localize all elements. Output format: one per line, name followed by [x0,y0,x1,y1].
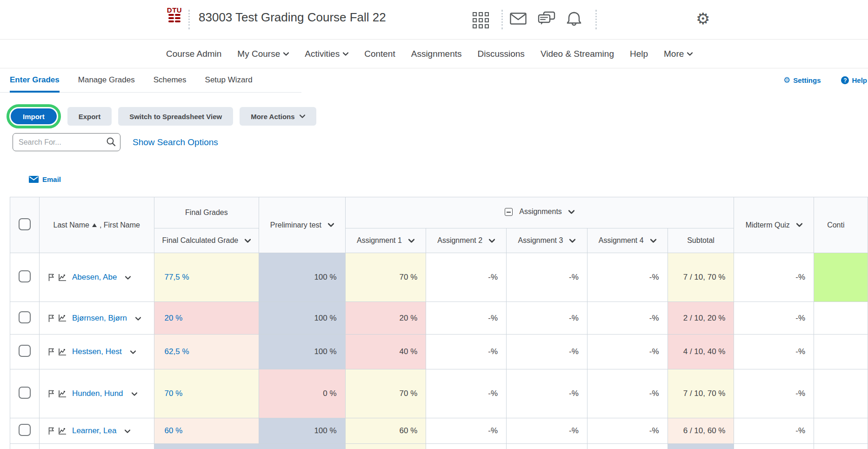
search-icon[interactable] [106,137,116,148]
assignment-1-label: Assignment 1 [357,236,402,245]
tab-schemes[interactable]: Schemes [154,75,187,85]
grade-value-link[interactable]: 20 % [165,314,183,322]
email-label: Email [42,175,61,183]
nav-item-help[interactable]: Help [630,49,648,59]
student-menu-chevron[interactable] [135,314,141,322]
nav-item-label: Course Admin [166,49,221,59]
col-header-name[interactable]: Last Name , First Name [39,197,154,253]
grade-events-icon [58,348,67,356]
nav-item-activities[interactable]: Activities [305,49,348,59]
grade-cell-subtotal: 7 / 10, 70 % [668,253,734,302]
chevron-down-icon [245,239,251,243]
grades-table-body: Abesen, Abe77,5 %100 %70 %-%-%-%7 / 10, … [10,253,868,449]
row-checkbox[interactable] [19,387,31,399]
grades-table: Last Name , First Name Final Grades Prel… [10,197,868,449]
help-link[interactable]: ? Help [841,76,867,84]
collapse-group-icon[interactable] [505,208,513,216]
settings-gear-icon[interactable]: ⚙ [696,10,710,27]
subtotal-label: Subtotal [687,236,714,244]
grades-toolbar: Import Export Switch to Spreadsheet View… [7,104,316,128]
grade-value-link[interactable]: 62,5 % [165,347,189,356]
student-menu-chevron[interactable] [130,348,136,356]
preliminary-test-label: Preliminary test [270,221,321,229]
grade-value: -% [488,347,498,356]
grade-cell-subtotal [668,444,734,449]
col-header-assignment-4[interactable]: Assignment 4 [587,228,668,253]
grade-value-link[interactable]: 77,5 % [165,273,189,281]
student-name-link[interactable]: Abesen, Abe [72,273,117,282]
chevron-down-icon [343,52,348,56]
col-header-assignment-2[interactable]: Assignment 2 [426,228,507,253]
student-name-link[interactable]: Learner, Lea [72,426,116,436]
col-group-final-grades: Final Grades [154,197,259,228]
col-header-assignment-3[interactable]: Assignment 3 [507,228,588,253]
grade-cell-prelim: 100 % [259,253,345,302]
grade-cell-midterm [734,444,814,449]
nav-item-course-admin[interactable]: Course Admin [166,49,221,59]
grade-value: -% [795,389,805,398]
grade-value-link[interactable]: 60 % [165,426,183,435]
nav-item-my-course[interactable]: My Course [237,49,289,59]
course-navbar: Course AdminMy CourseActivitiesContentAs… [0,40,868,68]
student-name-link[interactable]: Hunden, Hund [72,389,123,398]
settings-link[interactable]: ⚙ Settings [783,76,821,84]
grade-cell-final: 60 % [154,418,259,444]
grade-cell-conti [814,302,868,335]
grade-cell-a2: -% [426,302,507,335]
tab-setup-wizard[interactable]: Setup Wizard [205,75,253,85]
grade-cell-a3 [507,444,588,449]
import-highlight-ring: Import [7,104,61,128]
grade-events-icon [58,314,67,322]
export-button[interactable]: Export [67,107,112,126]
student-name-link[interactable]: Hestsen, Hest [72,347,122,356]
col-header-final-calculated-grade[interactable]: Final Calculated Grade [154,228,259,253]
search-input[interactable] [13,133,120,151]
notifications-bell-icon[interactable] [566,11,582,29]
table-row: Hestsen, Hest62,5 %100 %40 %-%-%-%4 / 10… [10,335,868,369]
tab-manage-grades[interactable]: Manage Grades [78,75,135,85]
table-row: Learner, Lea60 %100 %60 %-%-%-%6 / 10, 6… [10,418,868,444]
grade-value-link[interactable]: 70 % [165,389,183,398]
col-header-preliminary-test[interactable]: Preliminary test [259,197,345,253]
grade-cell-midterm: -% [734,418,814,444]
grade-value: 70 % [400,273,418,281]
grade-cell-a4: -% [587,253,668,302]
chevron-down-icon [328,223,334,227]
chevron-down-icon [132,392,137,396]
tab-enter-grades[interactable]: Enter Grades [10,75,60,85]
col-header-midterm-quiz[interactable]: Midterm Quiz [734,197,814,253]
chat-icon[interactable] [538,11,555,28]
chevron-down-icon [568,210,574,214]
nav-item-more[interactable]: More [664,49,693,59]
student-menu-chevron[interactable] [125,427,130,435]
nav-item-label: Discussions [478,49,525,59]
select-all-checkbox[interactable] [19,218,31,230]
student-name-link[interactable]: Bjørnsen, Bjørn [72,314,127,323]
col-header-assignment-1[interactable]: Assignment 1 [345,228,426,253]
grade-value: 70 % [400,389,418,398]
nav-item-discussions[interactable]: Discussions [478,49,525,59]
student-menu-chevron[interactable] [125,273,131,281]
nav-item-video-streaming[interactable]: Video & Streaming [541,49,614,59]
student-menu-chevron[interactable] [132,389,137,398]
first-name-label: , First Name [100,221,140,229]
import-button[interactable]: Import [11,108,57,124]
nav-item-content[interactable]: Content [364,49,395,59]
row-checkbox[interactable] [19,424,31,436]
nav-item-assignments[interactable]: Assignments [411,49,462,59]
chevron-down-icon [489,239,495,243]
col-header-continuous-clipped[interactable]: Conti [814,197,868,253]
flag-icon [48,427,54,435]
email-action[interactable]: Email [29,175,61,183]
app-grid-icon[interactable] [473,12,489,28]
row-checkbox[interactable] [19,270,31,282]
chevron-down-icon [125,429,130,433]
col-group-assignments[interactable]: Assignments [345,197,734,228]
row-checkbox[interactable] [19,345,31,357]
assignments-group-label: Assignments [519,208,562,216]
more-actions-button[interactable]: More Actions [240,107,316,126]
email-icon[interactable] [510,13,527,27]
row-checkbox[interactable] [19,311,31,323]
show-search-options-link[interactable]: Show Search Options [133,137,218,147]
switch-spreadsheet-view-button[interactable]: Switch to Spreadsheet View [118,107,233,126]
